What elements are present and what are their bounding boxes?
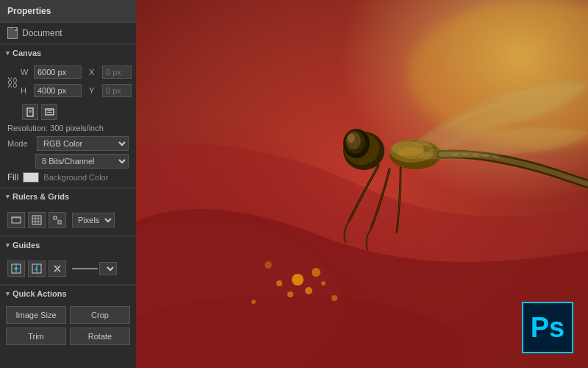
add-guide-icon-btn[interactable] xyxy=(7,261,25,277)
mode-label: Mode xyxy=(7,139,34,148)
grid-icon xyxy=(32,215,42,225)
remove-guide-icon-btn[interactable] xyxy=(49,261,66,277)
resolution-row: Resolution: 300 pixels/inch xyxy=(7,124,129,132)
x-input[interactable] xyxy=(102,66,132,79)
svg-point-38 xyxy=(312,268,320,277)
link-icon: ⛓ xyxy=(7,77,18,90)
landscape-icon xyxy=(45,108,54,116)
fill-row: Fill Background Color xyxy=(7,172,129,183)
ruler-icon xyxy=(11,215,21,225)
svg-point-41 xyxy=(251,300,256,304)
canvas-section-header[interactable]: ▾ Canvas xyxy=(0,44,136,61)
guide-style-select[interactable]: — xyxy=(99,262,117,275)
orientation-icons-row xyxy=(22,104,129,120)
guides-chevron: ▾ xyxy=(6,241,10,249)
document-icon xyxy=(7,27,18,39)
quick-actions-section-header[interactable]: ▾ Quick Actions xyxy=(0,285,136,302)
panel-title: Properties xyxy=(0,0,136,23)
svg-point-43 xyxy=(265,261,272,269)
canvas-image-area: Ps xyxy=(136,0,588,368)
ruler-icon-btn[interactable] xyxy=(7,212,25,228)
svg-point-36 xyxy=(305,287,312,294)
quick-actions-grid: Image Size Crop Trim Rotate xyxy=(6,306,130,345)
y-label: Y xyxy=(89,86,99,95)
width-input[interactable] xyxy=(34,66,82,79)
bit-depth-select[interactable]: 8 Bits/Channel xyxy=(35,154,129,169)
fill-label: Fill xyxy=(7,172,18,183)
rulers-section-header[interactable]: ▾ Rulers & Grids xyxy=(0,188,136,205)
svg-rect-18 xyxy=(58,221,61,224)
resolution-label: Resolution: 300 pixels/inch xyxy=(7,124,104,132)
canvas-chevron: ▾ xyxy=(6,49,10,57)
image-size-button[interactable]: Image Size xyxy=(6,306,66,324)
guides-section-label: Guides xyxy=(12,241,40,250)
quick-actions-chevron: ▾ xyxy=(6,290,10,297)
remove-guide-icon xyxy=(52,263,62,274)
grid-icon-btn[interactable] xyxy=(28,212,46,228)
quick-actions-section-label: Quick Actions xyxy=(12,289,67,298)
x-label: X xyxy=(89,68,99,77)
ps-logo-badge: Ps xyxy=(522,302,573,353)
quick-actions-content: Image Size Crop Trim Rotate xyxy=(0,302,136,353)
height-input[interactable] xyxy=(34,84,82,97)
landscape-icon-btn[interactable] xyxy=(41,104,57,120)
fill-color-swatch[interactable] xyxy=(23,172,39,183)
edit-guide-icon xyxy=(32,263,42,274)
y-input[interactable] xyxy=(102,84,132,97)
rulers-chevron: ▾ xyxy=(6,193,10,200)
edit-guide-icon-btn[interactable] xyxy=(28,261,46,277)
rulers-section-content: Pixels xyxy=(0,205,136,236)
dragonfly-image xyxy=(136,0,588,368)
canvas-section-content: ⛓ W X H Y xyxy=(0,61,136,187)
canvas-section-label: Canvas xyxy=(12,49,41,57)
svg-point-35 xyxy=(292,274,304,286)
guides-section-content: — xyxy=(0,253,136,284)
snap-icon xyxy=(52,215,62,225)
height-row: H Y xyxy=(21,84,132,97)
guides-icons-row: — xyxy=(7,258,129,280)
document-row: Document xyxy=(0,23,136,44)
snap-icon-btn[interactable] xyxy=(49,212,66,228)
guide-line-container: — xyxy=(72,262,129,275)
guide-line-display xyxy=(72,268,98,269)
ps-logo-text: Ps xyxy=(531,314,564,342)
width-row: W X xyxy=(21,66,132,79)
units-select[interactable]: Pixels xyxy=(72,213,115,227)
rotate-button[interactable]: Rotate xyxy=(70,328,130,345)
svg-point-37 xyxy=(287,291,293,297)
portrait-icon-btn[interactable] xyxy=(22,104,38,120)
mode-select[interactable]: RGB Color xyxy=(37,136,129,151)
fill-color-label: Background Color xyxy=(43,173,108,182)
mode-row: Mode RGB Color xyxy=(7,136,129,151)
rulers-icons-row: Pixels xyxy=(7,209,129,231)
trim-button[interactable]: Trim xyxy=(6,328,66,345)
svg-point-40 xyxy=(276,280,282,286)
svg-rect-17 xyxy=(54,216,57,219)
width-label: W xyxy=(21,68,31,77)
portrait-icon xyxy=(26,107,34,117)
svg-point-39 xyxy=(321,281,326,286)
svg-point-54 xyxy=(419,152,434,160)
svg-rect-12 xyxy=(32,216,41,224)
crop-button[interactable]: Crop xyxy=(70,306,130,324)
add-guide-icon xyxy=(11,263,21,274)
properties-panel: Properties Document ▾ Canvas ⛓ W X H xyxy=(0,0,136,368)
guides-section-header[interactable]: ▾ Guides xyxy=(0,236,136,253)
height-label: H xyxy=(21,86,31,95)
document-label: Document xyxy=(22,28,62,38)
svg-point-52 xyxy=(348,134,355,143)
svg-point-42 xyxy=(331,295,337,301)
bit-depth-row: 8 Bits/Channel xyxy=(35,154,129,169)
rulers-section-label: Rulers & Grids xyxy=(12,192,69,201)
